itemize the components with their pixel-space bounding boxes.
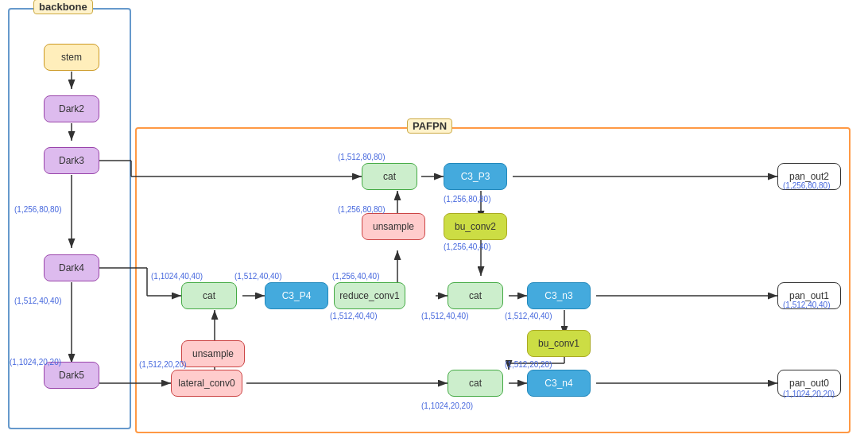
dim-bu-conv2-out: (1,256,40,40) <box>444 242 491 251</box>
c3-p3-node: C3_P3 <box>444 163 507 190</box>
cat-bot-node: cat <box>448 370 503 397</box>
stem-node: stem <box>44 44 99 71</box>
dim-reduce-out: (1,512,40,40) <box>330 312 378 320</box>
dim-dark3-out: (1,256,80,80) <box>14 205 62 214</box>
dim-reduce-in: (1,256,40,40) <box>332 272 380 281</box>
dim-c3-p3-out: (1,256,80,80) <box>444 195 491 204</box>
bu-conv2-node: bu_conv2 <box>444 213 507 240</box>
dim-bu-conv1-out: (1,512,20,20) <box>505 360 552 369</box>
lateral-conv0-node: lateral_conv0 <box>171 370 242 397</box>
dim-pan-out2: (1,256,80,80) <box>783 181 831 190</box>
diagram-container: backbone PAFPN <box>0 0 868 446</box>
dark4-node: Dark4 <box>44 254 99 281</box>
dim-cat-mid2-in: (1,512,40,40) <box>421 312 469 320</box>
reduce-conv1-node: reduce_conv1 <box>334 282 405 309</box>
dark3-node: Dark3 <box>44 147 99 174</box>
pafpn-label: PAFPN <box>407 118 452 134</box>
dim-pan-out1: (1,512,40,40) <box>783 301 831 309</box>
dim-cat-top-in: (1,512,80,80) <box>338 153 386 161</box>
dim-dark5-out: (1,1024,20,20) <box>10 358 61 366</box>
dim-c3-p4-in: (1,512,40,40) <box>234 272 282 281</box>
dim-cat-mid-in: (1,1024,40,40) <box>151 272 203 281</box>
cat-top-node: cat <box>362 163 417 190</box>
c3-n3-node: C3_n3 <box>527 282 591 309</box>
unsample-bot-node: unsample <box>181 340 245 367</box>
unsample-top-node: unsample <box>362 213 425 240</box>
bu-conv1-node: bu_conv1 <box>527 330 591 357</box>
dim-unsample-bot-in: (1,512,20,20) <box>139 360 187 369</box>
cat-mid-node: cat <box>181 282 237 309</box>
dim-unsample-top-out: (1,256,80,80) <box>338 205 386 214</box>
dim-dark4-out: (1,512,40,40) <box>14 297 62 305</box>
c3-n4-node: C3_n4 <box>527 370 591 397</box>
dim-pan-out0: (1,1024,20,20) <box>783 390 835 398</box>
c3-p4-node: C3_P4 <box>265 282 328 309</box>
dim-c3-n3-out: (1,512,40,40) <box>505 312 552 320</box>
backbone-label: backbone <box>33 0 93 14</box>
dim-cat-bot-out: (1,1024,20,20) <box>421 401 473 410</box>
cat-mid2-node: cat <box>448 282 503 309</box>
dark2-node: Dark2 <box>44 95 99 122</box>
